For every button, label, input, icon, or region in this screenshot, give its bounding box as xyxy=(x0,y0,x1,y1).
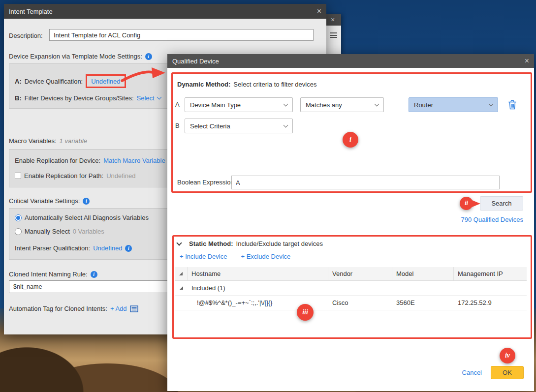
replication-device-link[interactable]: Match Macro Variable xyxy=(103,157,165,164)
replication-path-label: Enable Replication for Path: xyxy=(24,172,103,180)
chevron-down-icon xyxy=(284,122,288,127)
critical-settings-label: Critical Variable Settings: xyxy=(9,197,80,205)
menu-icon[interactable] xyxy=(330,32,337,38)
group-row-included[interactable]: Included (1) xyxy=(175,281,527,296)
auto-select-option: Automatically Select All Diagnosis Varia… xyxy=(15,214,149,221)
filter-devices-label: Filter Devices by Device Groups/Sites: xyxy=(25,94,134,102)
criteria-value-select[interactable]: Router xyxy=(409,97,498,112)
collapse-all-cell xyxy=(175,267,188,280)
static-method-actions: + Include Device + Exclude Device xyxy=(180,253,290,260)
annotation-step-4: iv xyxy=(500,348,515,363)
dynamic-method-desc: Select criteria to filter devices xyxy=(233,81,316,88)
criteria-value: Router xyxy=(414,101,433,109)
criteria-select-b[interactable]: Select Criteria xyxy=(185,119,293,133)
filter-devices-select-link[interactable]: Select xyxy=(137,94,155,102)
background-window-fragment: × xyxy=(326,14,341,54)
replication-device-label: Enable Replication for Device: xyxy=(15,157,100,164)
search-button[interactable]: Search xyxy=(480,196,523,211)
device-qualification-row: A: Device Qualification: Undefined xyxy=(15,73,126,90)
dialog-title: Intent Template xyxy=(9,8,317,15)
close-icon[interactable]: × xyxy=(331,16,335,24)
replication-path-checkbox[interactable] xyxy=(15,173,21,179)
criteria-type-value: Device Main Type xyxy=(190,101,241,109)
close-icon[interactable]: × xyxy=(317,7,321,15)
dynamic-method-heading: Dynamic Method: Select criteria to filte… xyxy=(177,81,316,88)
intent-parser-link[interactable]: Undefined xyxy=(93,244,122,252)
macro-variables-count: 1 variable xyxy=(60,137,87,145)
criteria-row-b-label: B xyxy=(175,122,180,129)
add-tag-link[interactable]: + Add xyxy=(110,305,127,312)
expander-icon[interactable] xyxy=(179,272,183,275)
undefined-annotation-box: Undefined xyxy=(86,74,126,88)
intent-parser-row: Intent Parser Qualification: Undefined xyxy=(15,244,132,252)
boolean-expression-label: Boolean Expression: xyxy=(177,179,236,186)
dynamic-method-label: Dynamic Method: xyxy=(177,81,230,88)
replication-path-row: Enable Replication for Path: Undefined xyxy=(15,172,135,180)
management-ip-header: Management IP xyxy=(454,267,527,280)
intent-template-titlebar[interactable]: Intent Template × xyxy=(4,4,326,19)
automation-tag-label: Automation Tag for Cloned Intents: xyxy=(9,305,107,312)
static-method-desc: Include/Exclude target devices xyxy=(236,240,323,247)
dialog-title: Qualified Device xyxy=(172,58,525,65)
ok-button[interactable]: OK xyxy=(491,366,524,379)
table-row[interactable]: !@#$%^&*()_-=+~`:;,.'|\/[]{} Cisco 3560E… xyxy=(175,296,527,310)
critical-settings-heading: Critical Variable Settings: xyxy=(9,197,90,205)
table-header-row: Hostname Vendor Model Management IP xyxy=(175,267,527,281)
management-ip-cell: 172.25.52.9 xyxy=(454,299,527,306)
auto-select-radio[interactable] xyxy=(15,214,22,221)
group-label: Included (1) xyxy=(188,284,328,292)
close-icon[interactable]: × xyxy=(525,57,529,65)
device-qualification-link[interactable]: Undefined xyxy=(91,78,120,85)
annotation-step-2: ii xyxy=(460,197,473,210)
macro-variables-heading: Macro Variables: 1 variable xyxy=(9,137,87,145)
include-device-link[interactable]: + Include Device xyxy=(180,253,227,260)
annotation-step-1: i xyxy=(343,132,358,148)
qualified-devices-link[interactable]: 790 Qualified Devices xyxy=(461,216,523,223)
automation-tag-row: Automation Tag for Cloned Intents: + Add xyxy=(9,305,138,312)
chevron-down-icon xyxy=(375,101,379,106)
auto-select-label: Automatically Select All Diagnosis Varia… xyxy=(25,214,149,221)
manual-select-radio[interactable] xyxy=(15,228,22,235)
boolean-expression-input[interactable] xyxy=(231,176,500,189)
criteria-row-a-label: A xyxy=(175,101,180,108)
naming-rule-heading: Cloned Intent Naming Rule: xyxy=(9,271,97,278)
replication-path-value: Undefined xyxy=(106,172,135,180)
criteria-operator-select[interactable]: Matches any xyxy=(300,97,384,112)
criteria-type-select[interactable]: Device Main Type xyxy=(185,97,293,112)
background-window-body xyxy=(326,26,341,54)
info-icon[interactable] xyxy=(145,53,152,60)
manual-select-count: 0 Variables xyxy=(73,228,104,235)
device-expansion-heading: Device Expansion via Template Mode Setti… xyxy=(9,53,152,60)
device-expansion-label: Device Expansion via Template Mode Setti… xyxy=(9,53,142,60)
dialog-footer: Cancel OK xyxy=(462,366,524,379)
criteria-select-b-value: Select Criteria xyxy=(190,122,230,130)
expander-icon[interactable] xyxy=(180,286,183,290)
intent-parser-label: Intent Parser Qualification: xyxy=(15,244,90,252)
description-input[interactable] xyxy=(49,29,314,41)
background-window-titlebar: × xyxy=(326,14,341,26)
hostname-cell: !@#$%^&*()_-=+~`:;,.'|\/[]{} xyxy=(188,299,328,306)
macro-variables-label: Macro Variables: xyxy=(9,137,57,145)
device-qualification-label: Device Qualification: xyxy=(25,78,83,85)
model-cell: 3560E xyxy=(392,299,454,306)
qualified-device-titlebar[interactable]: Qualified Device × xyxy=(167,54,534,68)
manual-select-option: Manually Select 0 Variables xyxy=(15,228,104,235)
desktop-background: × Intent Template × Description: Device … xyxy=(0,0,536,392)
filter-devices-row: B: Filter Devices by Device Groups/Sites… xyxy=(15,94,161,102)
chevron-down-icon xyxy=(489,101,494,106)
trash-icon[interactable] xyxy=(508,100,517,110)
row-b-prefix: B: xyxy=(15,94,22,102)
exclude-device-link[interactable]: + Exclude Device xyxy=(241,253,290,260)
cancel-button[interactable]: Cancel xyxy=(462,369,482,376)
vendor-header: Vendor xyxy=(328,267,392,280)
model-header: Model xyxy=(392,267,454,280)
qualified-device-dialog: Qualified Device × Dynamic Method: Selec… xyxy=(167,54,534,391)
tag-list-icon[interactable] xyxy=(130,305,138,312)
row-a-prefix: A: xyxy=(15,78,22,85)
replication-device-row: Enable Replication for Device: Match Mac… xyxy=(15,157,165,164)
collapse-chevron-icon[interactable] xyxy=(176,240,182,245)
info-icon[interactable] xyxy=(91,271,97,278)
criteria-operator-value: Matches any xyxy=(306,101,342,109)
info-icon[interactable] xyxy=(125,245,132,252)
info-icon[interactable] xyxy=(83,198,90,205)
